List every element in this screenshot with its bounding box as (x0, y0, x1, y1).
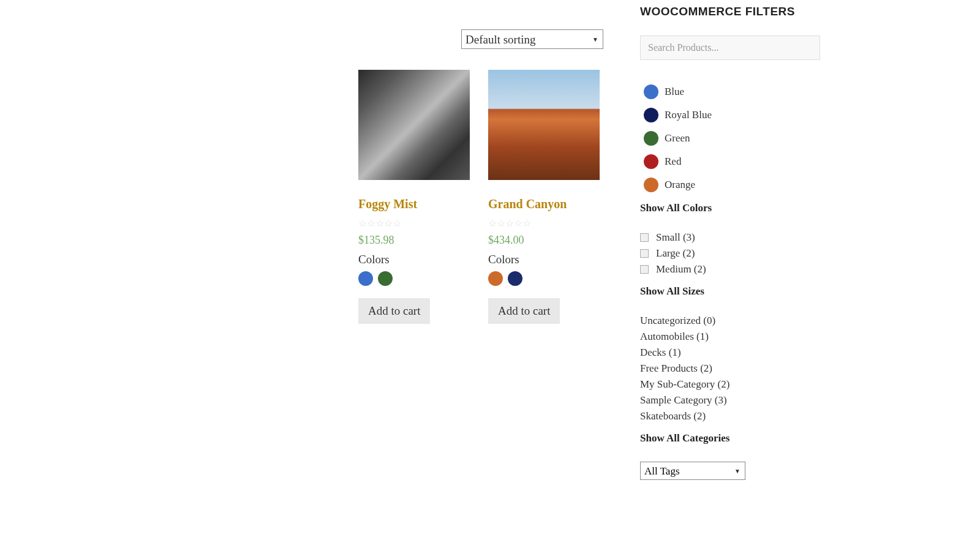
sidebar-title: WOOCOMMERCE FILTERS (640, 5, 824, 18)
category-item[interactable]: Uncategorized (0) (640, 315, 824, 327)
show-all-sizes-link[interactable]: Show All Sizes (640, 285, 824, 298)
color-dot-icon (644, 178, 658, 192)
category-item[interactable]: Skateboards (2) (640, 410, 824, 422)
tags-select[interactable]: All Tags (640, 462, 745, 480)
color-filter-item[interactable]: Green (640, 131, 824, 146)
color-swatch[interactable] (378, 271, 393, 286)
color-filter-list: Blue Royal Blue Green Red Orange (640, 84, 824, 192)
swatch-row (358, 271, 470, 286)
color-swatch[interactable] (508, 271, 522, 286)
show-all-categories-link[interactable]: Show All Categories (640, 432, 824, 444)
category-item[interactable]: Automobiles (1) (640, 331, 824, 343)
colors-label: Colors (488, 253, 600, 266)
category-item[interactable]: Sample Category (3) (640, 394, 824, 407)
product-grid: Foggy Mist ☆☆☆☆☆ $135.98 Colors Add to c… (358, 70, 603, 324)
category-item[interactable]: Decks (1) (640, 347, 824, 359)
color-name: Red (665, 156, 681, 168)
product-title[interactable]: Foggy Mist (358, 197, 470, 211)
color-dot-icon (644, 108, 658, 122)
size-label: Large (2) (656, 247, 695, 260)
size-label: Medium (2) (656, 263, 706, 276)
product-image[interactable] (488, 70, 600, 180)
color-filter-item[interactable]: Red (640, 154, 824, 169)
color-name: Orange (665, 179, 695, 191)
product-title[interactable]: Grand Canyon (488, 197, 600, 211)
show-all-colors-link[interactable]: Show All Colors (640, 202, 824, 214)
sorting-select[interactable]: Default sorting (461, 29, 603, 49)
size-label: Small (3) (656, 231, 695, 244)
product-price: $135.98 (358, 234, 470, 247)
category-item[interactable]: My Sub-Category (2) (640, 378, 824, 391)
category-item[interactable]: Free Products (2) (640, 362, 824, 375)
color-filter-item[interactable]: Blue (640, 84, 824, 99)
color-name: Blue (665, 86, 684, 98)
checkbox[interactable] (640, 249, 649, 258)
product-card: Foggy Mist ☆☆☆☆☆ $135.98 Colors Add to c… (358, 70, 470, 324)
size-filter-item[interactable]: Medium (2) (640, 263, 824, 276)
size-filter-item[interactable]: Large (2) (640, 247, 824, 260)
checkbox[interactable] (640, 265, 649, 274)
size-filter-item[interactable]: Small (3) (640, 231, 824, 244)
color-dot-icon (644, 154, 658, 169)
color-swatch[interactable] (488, 271, 503, 286)
add-to-cart-button[interactable]: Add to cart (488, 298, 560, 324)
color-name: Green (665, 132, 690, 144)
color-dot-icon (644, 84, 658, 99)
colors-label: Colors (358, 253, 470, 266)
add-to-cart-button[interactable]: Add to cart (358, 298, 430, 324)
product-image[interactable] (358, 70, 470, 180)
size-filter-list: Small (3) Large (2) Medium (2) (640, 231, 824, 276)
star-rating: ☆☆☆☆☆ (488, 217, 600, 229)
color-filter-item[interactable]: Orange (640, 178, 824, 192)
product-price: $434.00 (488, 234, 600, 247)
color-name: Royal Blue (665, 109, 712, 121)
search-input[interactable] (640, 36, 820, 60)
color-dot-icon (644, 131, 658, 146)
star-rating: ☆☆☆☆☆ (358, 217, 470, 229)
product-card: Grand Canyon ☆☆☆☆☆ $434.00 Colors Add to… (488, 70, 600, 324)
category-list: Uncategorized (0) Automobiles (1) Decks … (640, 315, 824, 422)
color-swatch[interactable] (358, 271, 373, 286)
color-filter-item[interactable]: Royal Blue (640, 108, 824, 122)
checkbox[interactable] (640, 233, 649, 242)
swatch-row (488, 271, 600, 286)
